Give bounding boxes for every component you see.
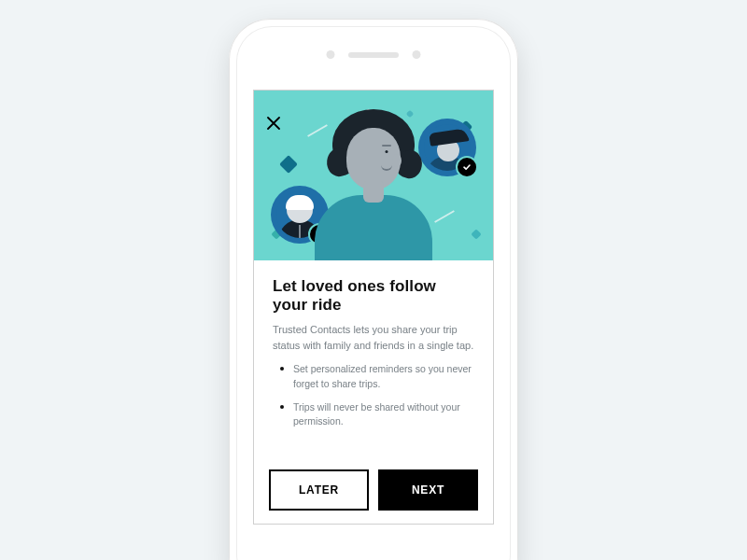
screen: 9:23 PM 100% bbox=[253, 90, 494, 525]
accent-line bbox=[434, 210, 455, 223]
sparkle-icon bbox=[279, 155, 298, 174]
next-button-label: NEXT bbox=[412, 483, 444, 497]
bullet-item: Trips will never be shared without your … bbox=[273, 400, 474, 430]
bullet-item: Set personalized reminders so you never … bbox=[273, 362, 474, 392]
hero-person bbox=[315, 195, 432, 260]
next-button[interactable]: NEXT bbox=[378, 469, 478, 511]
avatar-hair bbox=[286, 195, 314, 210]
avatar-hat bbox=[429, 128, 470, 147]
close-icon bbox=[267, 117, 280, 130]
phone-frame: 9:23 PM 100% bbox=[229, 19, 518, 560]
later-button-label: LATER bbox=[299, 483, 339, 497]
phone-inner: 9:23 PM 100% bbox=[236, 26, 511, 560]
front-camera bbox=[327, 50, 335, 59]
later-button[interactable]: LATER bbox=[269, 469, 369, 511]
content-area: Let loved ones follow your ride Trusted … bbox=[254, 260, 493, 447]
contact-avatar-right bbox=[418, 119, 476, 176]
avatar-zip bbox=[299, 225, 301, 238]
sparkle-icon bbox=[471, 229, 481, 239]
footer-actions: LATER NEXT bbox=[254, 458, 493, 524]
check-icon bbox=[462, 162, 472, 172]
hero-illustration bbox=[254, 91, 493, 260]
sparkle-icon bbox=[406, 110, 414, 118]
accent-line bbox=[307, 124, 328, 137]
onboarding-title: Let loved ones follow your ride bbox=[273, 277, 474, 315]
proximity-sensor bbox=[413, 50, 421, 59]
bullet-list: Set personalized reminders so you never … bbox=[273, 362, 474, 429]
speaker-grille bbox=[348, 52, 399, 58]
onboarding-card: Let loved ones follow your ride Trusted … bbox=[254, 91, 493, 524]
onboarding-description: Trusted Contacts lets you share your tri… bbox=[273, 322, 474, 353]
close-button[interactable] bbox=[263, 113, 284, 133]
canvas: 9:23 PM 100% bbox=[0, 0, 747, 560]
avatar-right-check-badge bbox=[456, 156, 478, 178]
